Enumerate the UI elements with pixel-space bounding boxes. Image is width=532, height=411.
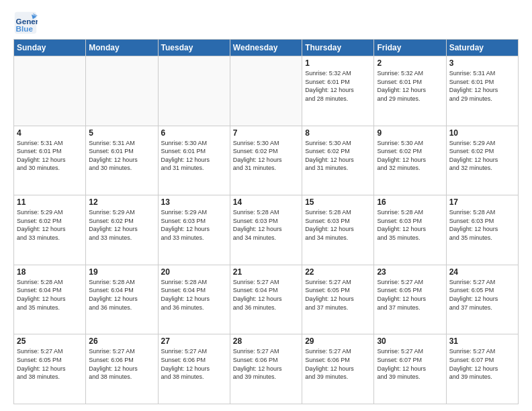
day-number: 17 [449,197,515,207]
day-number: 8 [305,128,371,138]
day-info: Sunrise: 5:31 AM Sunset: 6:01 PM Dayligh… [89,139,154,173]
calendar-cell: 22Sunrise: 5:27 AM Sunset: 6:05 PM Dayli… [302,265,374,334]
week-row-4: 18Sunrise: 5:28 AM Sunset: 6:04 PM Dayli… [14,265,519,334]
weekday-header-thursday: Thursday [302,40,374,56]
weekday-header-monday: Monday [86,40,158,56]
svg-text:Blue: Blue [16,24,34,33]
calendar-cell: 5Sunrise: 5:31 AM Sunset: 6:01 PM Daylig… [86,126,158,195]
header: General Blue [13,11,519,35]
day-number: 28 [233,336,299,346]
day-info: Sunrise: 5:30 AM Sunset: 6:02 PM Dayligh… [233,139,299,173]
calendar-cell: 21Sunrise: 5:27 AM Sunset: 6:04 PM Dayli… [230,265,302,334]
day-info: Sunrise: 5:31 AM Sunset: 6:01 PM Dayligh… [17,139,83,173]
calendar-cell: 27Sunrise: 5:27 AM Sunset: 6:06 PM Dayli… [158,334,230,404]
day-number: 21 [233,267,299,277]
day-info: Sunrise: 5:29 AM Sunset: 6:02 PM Dayligh… [89,208,154,242]
day-info: Sunrise: 5:28 AM Sunset: 6:03 PM Dayligh… [377,208,443,242]
day-number: 2 [377,58,443,68]
day-info: Sunrise: 5:29 AM Sunset: 6:03 PM Dayligh… [161,208,227,242]
day-info: Sunrise: 5:30 AM Sunset: 6:01 PM Dayligh… [161,139,227,173]
calendar-cell: 26Sunrise: 5:27 AM Sunset: 6:06 PM Dayli… [86,334,158,404]
day-number: 18 [17,267,83,277]
day-number: 22 [305,267,371,277]
day-number: 29 [305,336,371,346]
day-info: Sunrise: 5:27 AM Sunset: 6:04 PM Dayligh… [233,278,299,312]
calendar-cell [14,56,86,126]
day-info: Sunrise: 5:28 AM Sunset: 6:03 PM Dayligh… [449,208,515,242]
day-info: Sunrise: 5:27 AM Sunset: 6:05 PM Dayligh… [305,278,371,312]
calendar-cell [158,56,230,126]
calendar-cell: 9Sunrise: 5:30 AM Sunset: 6:02 PM Daylig… [374,126,446,195]
day-number: 25 [17,336,83,346]
calendar-cell: 7Sunrise: 5:30 AM Sunset: 6:02 PM Daylig… [230,126,302,195]
day-number: 9 [377,128,443,138]
day-info: Sunrise: 5:29 AM Sunset: 6:02 PM Dayligh… [449,139,515,173]
day-info: Sunrise: 5:28 AM Sunset: 6:03 PM Dayligh… [233,208,299,242]
day-number: 23 [377,267,443,277]
calendar-cell: 31Sunrise: 5:27 AM Sunset: 6:07 PM Dayli… [446,334,518,404]
day-info: Sunrise: 5:27 AM Sunset: 6:06 PM Dayligh… [305,347,371,381]
calendar-cell: 23Sunrise: 5:27 AM Sunset: 6:05 PM Dayli… [374,265,446,334]
weekday-header-friday: Friday [374,40,446,56]
day-number: 5 [89,128,154,138]
logo-icon: General Blue [13,11,38,35]
calendar-cell: 14Sunrise: 5:28 AM Sunset: 6:03 PM Dayli… [230,195,302,265]
day-info: Sunrise: 5:27 AM Sunset: 6:07 PM Dayligh… [377,347,443,381]
day-number: 4 [17,128,83,138]
calendar-cell: 24Sunrise: 5:27 AM Sunset: 6:05 PM Dayli… [446,265,518,334]
day-number: 6 [161,128,227,138]
day-info: Sunrise: 5:30 AM Sunset: 6:02 PM Dayligh… [305,139,371,173]
day-info: Sunrise: 5:29 AM Sunset: 6:02 PM Dayligh… [17,208,83,242]
day-info: Sunrise: 5:32 AM Sunset: 6:01 PM Dayligh… [305,69,371,103]
calendar-cell: 28Sunrise: 5:27 AM Sunset: 6:06 PM Dayli… [230,334,302,404]
calendar-cell: 20Sunrise: 5:28 AM Sunset: 6:04 PM Dayli… [158,265,230,334]
day-number: 19 [89,267,154,277]
day-info: Sunrise: 5:27 AM Sunset: 6:06 PM Dayligh… [233,347,299,381]
day-number: 12 [89,197,154,207]
calendar-cell: 1Sunrise: 5:32 AM Sunset: 6:01 PM Daylig… [302,56,374,126]
week-row-5: 25Sunrise: 5:27 AM Sunset: 6:05 PM Dayli… [14,334,519,404]
week-row-2: 4Sunrise: 5:31 AM Sunset: 6:01 PM Daylig… [14,126,519,195]
weekday-header-row: SundayMondayTuesdayWednesdayThursdayFrid… [14,40,519,56]
day-number: 11 [17,197,83,207]
page: General Blue SundayMondayTuesdayWednesda… [0,0,532,411]
day-number: 20 [161,267,227,277]
day-info: Sunrise: 5:28 AM Sunset: 6:04 PM Dayligh… [17,278,83,312]
calendar-cell: 8Sunrise: 5:30 AM Sunset: 6:02 PM Daylig… [302,126,374,195]
weekday-header-wednesday: Wednesday [230,40,302,56]
calendar-cell: 4Sunrise: 5:31 AM Sunset: 6:01 PM Daylig… [14,126,86,195]
day-number: 27 [161,336,227,346]
day-number: 10 [449,128,515,138]
weekday-header-saturday: Saturday [446,40,518,56]
day-number: 7 [233,128,299,138]
day-number: 3 [449,58,515,68]
calendar-cell: 29Sunrise: 5:27 AM Sunset: 6:06 PM Dayli… [302,334,374,404]
calendar-cell [86,56,158,126]
day-info: Sunrise: 5:27 AM Sunset: 6:05 PM Dayligh… [377,278,443,312]
day-number: 1 [305,58,371,68]
day-number: 16 [377,197,443,207]
day-info: Sunrise: 5:28 AM Sunset: 6:03 PM Dayligh… [305,208,371,242]
day-number: 14 [233,197,299,207]
calendar-cell: 12Sunrise: 5:29 AM Sunset: 6:02 PM Dayli… [86,195,158,265]
calendar-cell: 13Sunrise: 5:29 AM Sunset: 6:03 PM Dayli… [158,195,230,265]
calendar-cell: 6Sunrise: 5:30 AM Sunset: 6:01 PM Daylig… [158,126,230,195]
calendar-cell: 10Sunrise: 5:29 AM Sunset: 6:02 PM Dayli… [446,126,518,195]
calendar-cell: 25Sunrise: 5:27 AM Sunset: 6:05 PM Dayli… [14,334,86,404]
logo: General Blue [13,11,40,35]
weekday-header-tuesday: Tuesday [158,40,230,56]
day-info: Sunrise: 5:30 AM Sunset: 6:02 PM Dayligh… [377,139,443,173]
calendar-cell: 19Sunrise: 5:28 AM Sunset: 6:04 PM Dayli… [86,265,158,334]
calendar-table: SundayMondayTuesdayWednesdayThursdayFrid… [13,39,519,404]
calendar-cell: 3Sunrise: 5:31 AM Sunset: 6:01 PM Daylig… [446,56,518,126]
day-number: 24 [449,267,515,277]
weekday-header-sunday: Sunday [14,40,86,56]
day-info: Sunrise: 5:27 AM Sunset: 6:05 PM Dayligh… [17,347,83,381]
calendar-cell: 17Sunrise: 5:28 AM Sunset: 6:03 PM Dayli… [446,195,518,265]
day-info: Sunrise: 5:28 AM Sunset: 6:04 PM Dayligh… [89,278,154,312]
week-row-3: 11Sunrise: 5:29 AM Sunset: 6:02 PM Dayli… [14,195,519,265]
day-number: 31 [449,336,515,346]
day-info: Sunrise: 5:27 AM Sunset: 6:05 PM Dayligh… [449,278,515,312]
day-number: 13 [161,197,227,207]
day-info: Sunrise: 5:27 AM Sunset: 6:07 PM Dayligh… [449,347,515,381]
